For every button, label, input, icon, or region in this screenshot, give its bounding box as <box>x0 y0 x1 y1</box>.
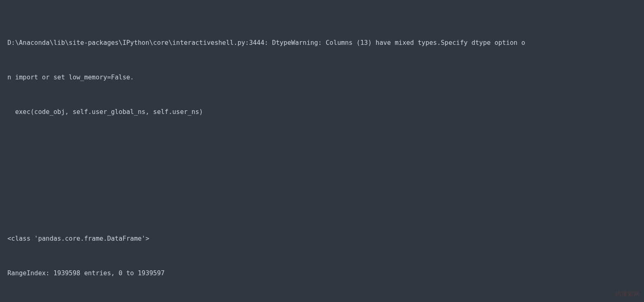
watermark-text: 码搜索网 <box>615 288 640 300</box>
df-range-index: RangeIndex: 1939598 entries, 0 to 193959… <box>7 267 637 279</box>
terminal-output: D:\Anaconda\lib\site-packages\IPython\co… <box>0 0 644 302</box>
warning-line-2: n import or set low_memory=False. <box>7 72 637 83</box>
blank-line <box>7 187 637 198</box>
warning-line-1: D:\Anaconda\lib\site-packages\IPython\co… <box>7 37 637 49</box>
blank-line <box>7 152 637 164</box>
df-class-line: <class 'pandas.core.frame.DataFrame'> <box>7 233 637 244</box>
warning-line-3: exec(code_obj, self.user_global_ns, self… <box>7 106 637 118</box>
